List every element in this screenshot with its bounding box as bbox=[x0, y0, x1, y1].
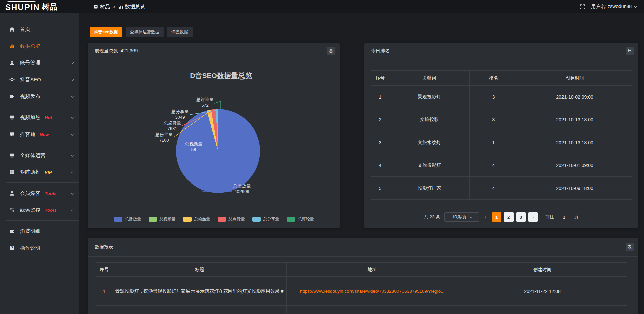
legend-item-总播放量[interactable]: 总播放量 bbox=[114, 216, 141, 222]
ranking-panel-header: 今日排名 日 bbox=[364, 43, 638, 59]
chevron-down-icon bbox=[71, 61, 74, 64]
ranking-cell: 3 bbox=[470, 86, 518, 108]
chart-bar-icon bbox=[9, 43, 16, 49]
chevron-down-icon bbox=[469, 215, 472, 218]
user-menu[interactable]: 用户名: zswodun88 bbox=[591, 4, 637, 10]
report-cell-clipped bbox=[458, 306, 627, 313]
ranking-cell: 2021-10-09 18:00 bbox=[518, 177, 632, 200]
sidebar-item-badge: Tools bbox=[45, 208, 57, 213]
page-buttons: 123› bbox=[492, 212, 538, 222]
video-icon bbox=[9, 94, 16, 99]
tab-全媒体运营数据[interactable]: 全媒体运营数据 bbox=[126, 27, 164, 37]
pagination-total: 共 23 条 bbox=[424, 214, 440, 220]
legend-item-总分享量[interactable]: 总分享量 bbox=[252, 216, 279, 222]
chevron-down-icon bbox=[71, 191, 74, 195]
sidebar-item-label: 首页 bbox=[20, 26, 30, 33]
main-content: 抖音seo数据全媒体运营数据询盘数据 展现量总数: 421,369 总 D音SE… bbox=[79, 13, 644, 314]
page-button-1[interactable]: 1 bbox=[492, 212, 501, 222]
breadcrumb-item[interactable]: 数据总览 bbox=[119, 4, 145, 10]
page-button-2[interactable]: 2 bbox=[504, 212, 514, 222]
svg-text:?: ? bbox=[11, 246, 13, 250]
sidebar-item-label: 操作说明 bbox=[20, 245, 40, 251]
sidebar-item-label: 线索监控 bbox=[20, 207, 40, 213]
topbar: SHUPIN 树品 树品>数据总览 用户名: zswodun88 bbox=[0, 0, 644, 13]
pie-label-总评论量: 总评论量572 bbox=[196, 97, 214, 108]
legend-item-总评论量[interactable]: 总评论量 bbox=[287, 216, 314, 222]
chevron-down-icon bbox=[71, 115, 74, 119]
ranking-col-排名: 排名 bbox=[470, 71, 518, 86]
day-badge-button[interactable]: 日 bbox=[626, 47, 634, 55]
chevron-down-icon bbox=[71, 132, 74, 136]
tab-询盘数据[interactable]: 询盘数据 bbox=[167, 27, 193, 37]
overview-panel: 展现量总数: 421,369 总 D音SEO数据量总览 总评论量572总分享量3… bbox=[88, 43, 340, 228]
ranking-cell: 4 bbox=[371, 154, 389, 177]
ranking-cell: 2021-10-02 09:00 bbox=[518, 86, 632, 108]
report-cell-clipped bbox=[112, 306, 287, 313]
data-tabs: 抖音seo数据全媒体运营数据询盘数据 bbox=[90, 27, 193, 37]
sidebar-item-抖客通[interactable]: 抖客通New bbox=[0, 126, 79, 143]
sidebar-item-全媒体运营[interactable]: 全媒体运营 bbox=[0, 147, 79, 164]
report-cell-created: 2021-11-22 12:08 bbox=[458, 277, 627, 306]
logo-arc bbox=[6, 1, 37, 4]
breadcrumb-separator: > bbox=[113, 4, 116, 9]
page-button-3[interactable]: 3 bbox=[516, 212, 526, 222]
breadcrumb-item[interactable]: 树品 bbox=[94, 4, 110, 10]
logo-text-cn: 树品 bbox=[42, 2, 57, 12]
page-size-select[interactable]: 10条/页 bbox=[444, 212, 479, 222]
pie-label-总粉丝量: 总粉丝量7100 bbox=[155, 132, 173, 143]
pie-chart-area: D音SEO数据量总览 总评论量572总分享量3049总点赞量7681总粉丝量71… bbox=[88, 43, 340, 228]
sidebar-divider bbox=[6, 107, 79, 107]
ranking-cell: 景观投影灯 bbox=[389, 86, 470, 108]
video-link[interactable]: https://www.iesdouyin.com/share/video/70… bbox=[300, 289, 445, 294]
sidebar-item-数据总览[interactable]: 数据总览 bbox=[0, 38, 79, 54]
ranking-col-序号: 序号 bbox=[371, 71, 389, 86]
ranking-panel: 今日排名 日 序号关键词排名创建时间1景观投影灯32021-10-02 09:0… bbox=[364, 43, 638, 228]
ranking-cell: 2021-10-13 18:00 bbox=[518, 131, 632, 154]
member-icon bbox=[9, 191, 16, 196]
report-panel-title: 数据报表 bbox=[95, 244, 113, 250]
legend-item-总视频量[interactable]: 总视频量 bbox=[149, 216, 176, 222]
ranking-col-创建时间: 创建时间 bbox=[518, 71, 632, 86]
report-col-标题: 标题 bbox=[112, 263, 287, 277]
next-page-button[interactable]: › bbox=[528, 212, 538, 222]
report-cell-index: 1 bbox=[96, 277, 112, 306]
sidebar-divider bbox=[6, 145, 79, 145]
sidebar-item-抖音SEO[interactable]: 抖音SEO bbox=[0, 71, 79, 88]
sidebar-item-首页[interactable]: 首页 bbox=[0, 21, 79, 38]
report-panel-header: 数据报表 表 bbox=[88, 238, 638, 257]
table-badge-button[interactable]: 表 bbox=[626, 243, 634, 251]
sidebar-item-badge: New bbox=[40, 132, 49, 137]
sidebar-item-badge: Tools bbox=[45, 191, 57, 196]
sidebar-item-消费明细[interactable]: 消费明细 bbox=[0, 223, 79, 240]
ranking-cell: 4 bbox=[470, 177, 518, 200]
sidebar-item-线索监控[interactable]: 线索监控Tools bbox=[0, 202, 79, 218]
monitor-icon bbox=[9, 153, 16, 158]
prev-page-button[interactable]: ‹ bbox=[484, 214, 488, 220]
legend-item-总点赞量[interactable]: 总点赞量 bbox=[218, 216, 245, 222]
sidebar-divider bbox=[6, 220, 79, 221]
sidebar-item-label: 视频发布 bbox=[20, 93, 40, 100]
sidebar-item-账号管理[interactable]: 账号管理 bbox=[0, 54, 79, 71]
topbar-right: 用户名: zswodun88 bbox=[580, 4, 644, 10]
report-table: 序号标题地址创建时间1景观投影灯，夜游景观投影灯厂家展示展示落花灯在花园里的灯光… bbox=[96, 262, 627, 313]
chevron-down-icon bbox=[71, 208, 74, 211]
ranking-cell: 2 bbox=[371, 108, 389, 131]
sidebar-item-label: 抖音SEO bbox=[20, 76, 41, 83]
logo-text-en: SHUPIN bbox=[5, 3, 40, 12]
sidebar-item-矩阵助推[interactable]: 矩阵助推VIP bbox=[0, 164, 79, 180]
sidebar-item-会员爆客[interactable]: 会员爆客Tools bbox=[0, 185, 79, 202]
sidebar-item-label: 消费明细 bbox=[20, 228, 40, 234]
chevron-down-icon bbox=[634, 4, 637, 8]
sidebar-item-视频发布[interactable]: 视频发布 bbox=[0, 88, 79, 105]
ranking-cell: 2021-10-13 18:00 bbox=[518, 108, 632, 131]
pie-label-总点赞量: 总点赞量7681 bbox=[164, 120, 181, 132]
chevron-down-icon bbox=[71, 94, 74, 98]
legend-swatch bbox=[183, 217, 192, 222]
grid-icon bbox=[9, 169, 16, 175]
sidebar-item-操作说明[interactable]: ?操作说明 bbox=[0, 240, 79, 256]
sidebar-item-视频加热[interactable]: 视频加热Hot bbox=[0, 109, 79, 126]
tab-抖音seo数据[interactable]: 抖音seo数据 bbox=[90, 27, 122, 37]
legend-item-总粉丝量[interactable]: 总粉丝量 bbox=[183, 216, 210, 222]
fullscreen-icon[interactable] bbox=[580, 4, 585, 9]
goto-page-input[interactable] bbox=[557, 213, 571, 221]
